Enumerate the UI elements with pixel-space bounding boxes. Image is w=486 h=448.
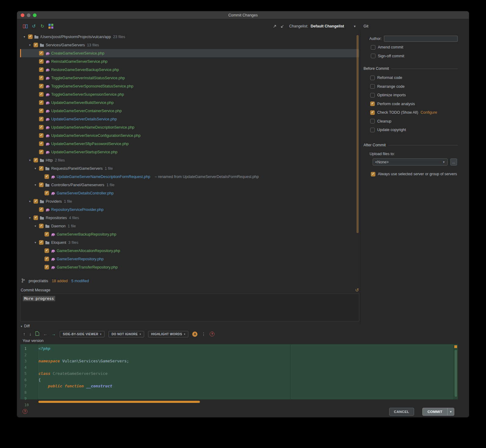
tree-row[interactable]: ▾ GameServerTransferRepository.php [20,263,359,271]
titlebar[interactable]: Commit Changes [17,11,469,19]
chevron-down-icon[interactable]: ▾ [33,183,38,187]
row-checkbox[interactable] [39,51,44,55]
checkbox-option[interactable]: Rearrange code [370,82,437,91]
next-change-icon[interactable]: ↓ [29,332,31,336]
tree-row[interactable]: ▾ UpdateGameServerNameDescriptionService… [20,123,359,131]
tree-row[interactable]: ▾ Controllers/Panel/Gameservers 1 file [20,181,359,189]
chevron-down-icon[interactable]: ▾ [21,325,22,328]
row-checkbox[interactable] [34,158,38,162]
chevron-down-icon[interactable]: ▾ [22,35,27,38]
row-checkbox[interactable] [34,43,38,47]
row-checkbox[interactable] [39,117,44,121]
option-checkbox[interactable] [371,54,375,58]
configure-servers-button[interactable]: ... [450,158,457,165]
changelist-selector[interactable]: Changelist: Default Changelist ▼ [289,24,356,28]
editor-error-stripe[interactable] [453,344,458,399]
commit-button[interactable]: COMMIT ▾ [422,408,454,416]
row-checkbox[interactable] [39,67,44,72]
chevron-down-icon[interactable]: ▾ [27,43,32,47]
chevron-down-icon[interactable]: ▾ [33,241,38,244]
tree-row[interactable]: ▾ UpdateGameServerStartupService.php [20,148,359,156]
tree-row[interactable]: ▾ Providers 1 file [20,197,359,205]
chevron-down-icon[interactable]: ▼ [353,25,356,28]
tree-row[interactable]: ▾ Http 2 files [20,156,359,164]
horizontal-scrollbar[interactable] [38,401,200,403]
checkbox-option[interactable]: Reformat code [370,73,437,82]
tree-row[interactable]: ▾ ToggleGameServerSuspensionService.php [20,90,359,98]
row-checkbox[interactable] [39,166,44,171]
tree-row[interactable]: ▾ UpdateGameServerContainerService.php [20,107,359,115]
previous-change-icon[interactable]: ↑ [23,332,25,336]
row-checkbox[interactable] [39,92,44,97]
row-checkbox[interactable] [44,232,49,236]
tree-row[interactable]: ▾ Daemon 1 file [20,222,359,230]
checkbox-option[interactable]: Check TODO (Show All) Configure [370,108,437,117]
row-checkbox[interactable] [39,141,44,146]
change-marker[interactable] [454,345,457,348]
option-checkbox[interactable] [370,119,375,123]
configure-link[interactable]: Configure [420,110,437,115]
checkbox-option[interactable]: Cleanup [370,117,437,126]
tree-row[interactable]: ▾ Services/GameServers 13 files [20,41,359,49]
tree-row[interactable]: ▾ UpdateGameServerBuildService.php [20,98,359,107]
group-by-icon[interactable] [48,23,54,29]
tree-row[interactable]: ▾ /Users/joost/PhpstormProjects/vulcan/a… [20,33,359,41]
option-checkbox[interactable] [371,172,375,176]
chevron-down-icon[interactable]: ▾ [27,158,32,162]
row-checkbox[interactable] [39,150,44,154]
help-icon[interactable]: ? [23,409,27,414]
option-checkbox[interactable] [370,110,375,115]
chevron-down-icon[interactable]: ▾ [27,216,32,219]
tree-row[interactable]: ▾ ToggleGameServerSponsoredStatusService… [20,82,359,90]
checkbox-option[interactable]: Update copyright [370,126,437,134]
tree-row[interactable]: ▾ UpdateGameServerNameDescriptionFormReq… [20,172,359,181]
row-checkbox[interactable] [44,257,49,261]
tree-row[interactable]: ▾ Requests/Panel/GameServers 1 file [20,164,359,172]
checkbox-option[interactable]: Perform code analysis [370,100,437,108]
commit-options-arrow[interactable]: ▾ [447,408,454,415]
horizontal-scrollbar-track[interactable] [20,401,458,403]
commit-message-text[interactable]: More progress [23,296,55,301]
option-checkbox[interactable] [370,128,375,132]
chevron-down-icon[interactable]: ▾ [33,224,38,228]
row-checkbox[interactable] [44,174,49,179]
chevron-down-icon[interactable]: ▾ [27,200,32,203]
author-input[interactable] [384,36,458,42]
row-checkbox[interactable] [44,191,49,195]
tree-row[interactable]: ▾ ToggleGameServerInstallStatusService.p… [20,74,359,82]
row-checkbox[interactable] [34,199,38,204]
changelist-value[interactable]: Default Changelist [311,24,344,28]
tree-row[interactable]: ▾ GameServerAllocationRepository.php [20,247,359,255]
tree-row[interactable]: ▾ RepositoryServiceProvider.php [20,205,359,214]
vertical-scrollbar[interactable] [455,350,457,397]
chevron-down-icon[interactable]: ▾ [33,167,38,170]
row-checkbox[interactable] [39,59,44,64]
option-checkbox[interactable] [370,84,375,89]
row-checkbox[interactable] [39,76,44,80]
tree-row[interactable]: ▾ CreateGameServerService.php [20,49,359,57]
refresh-icon[interactable]: ↻ [40,23,45,29]
row-checkbox[interactable] [39,125,44,130]
diff-dropdown-button[interactable]: HIGHLIGHT WORDS ▾ [148,331,189,337]
option-checkbox[interactable] [371,45,375,50]
checkbox-option[interactable]: Optimize imports [370,91,437,100]
next-file-icon[interactable]: → [51,332,56,336]
close-button[interactable] [21,13,24,17]
tree-row[interactable]: ▾ UpdateGameServerServiceConfigurationSe… [20,131,359,140]
minimize-button[interactable] [27,13,30,17]
row-checkbox[interactable] [39,207,44,212]
row-checkbox[interactable] [39,224,44,228]
tree-row[interactable]: ▾ UpdateGameServerDetailsService.php [20,115,359,123]
row-checkbox[interactable] [39,100,44,105]
row-checkbox[interactable] [39,133,44,138]
commit-button-label[interactable]: COMMIT [423,408,447,415]
option-checkbox[interactable] [370,93,375,98]
tree-row[interactable]: ▾ UpdateGameServerSftpPasswordService.ph… [20,140,359,148]
show-diff-icon[interactable] [23,23,28,29]
diff-dropdown-button[interactable]: SIDE-BY-SIDE VIEWER ▾ [60,331,105,337]
jump-to-source-icon[interactable] [35,331,39,337]
expand-all-icon[interactable] [272,24,277,30]
annotate-icon[interactable]: A [192,332,197,337]
tree-row[interactable]: ▾ ReinstallGameServerService.php [20,57,359,66]
tree-row[interactable]: ▾ GameServerRepository.php [20,255,359,263]
